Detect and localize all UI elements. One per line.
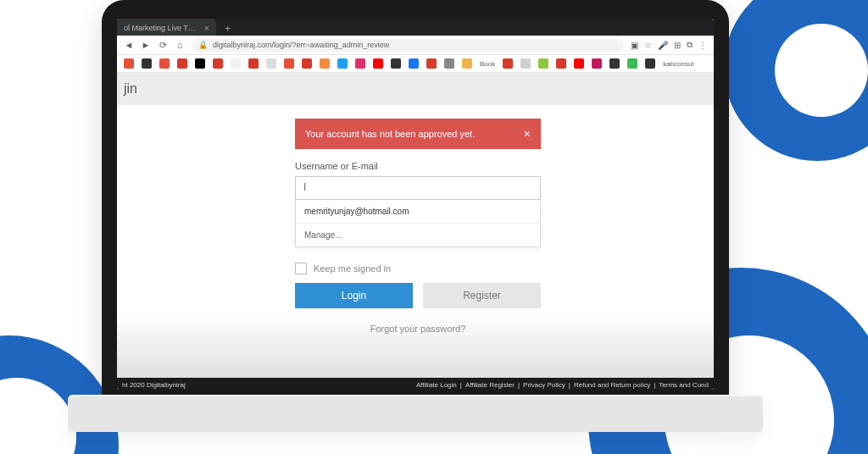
alert-banner: Your account has not been approved yet. … — [295, 119, 541, 149]
autofill-manage[interactable]: Manage... — [296, 224, 540, 246]
bookmark-icon-7[interactable] — [248, 58, 259, 69]
bookmark-icon-23[interactable] — [556, 58, 566, 69]
footer-link[interactable]: Privacy Policy — [523, 381, 565, 389]
button-row: Login Register — [295, 283, 541, 308]
bg-blob-top-right-hole — [775, 24, 868, 117]
star-icon[interactable]: ☆ — [644, 41, 652, 50]
toolbar-right-icons: ▣ ☆ 🎤 ⊞ ⧉ ⋮ — [631, 40, 707, 50]
browser-tab-active[interactable]: ol Marketing Live T… × — [117, 19, 216, 36]
page-title: jin — [117, 73, 714, 105]
bookmark-icon-27[interactable] — [627, 58, 637, 69]
webpage-body: jin Your account has not been approved y… — [117, 73, 714, 390]
remember-label: Keep me signed in — [314, 263, 391, 274]
remember-row: Keep me signed in — [295, 263, 541, 274]
url-input[interactable]: 🔒 digitalbyniraj.com/login/?err=awaiting… — [192, 39, 624, 52]
nav-forward-icon[interactable]: ► — [141, 40, 151, 50]
bookmark-icon-20[interactable] — [503, 58, 513, 69]
bookmark-label-trailing[interactable]: kabconsul — [663, 60, 693, 68]
extension-icon[interactable]: ⊞ — [674, 41, 681, 50]
bookmark-icon-13[interactable] — [355, 58, 365, 69]
bookmark-icon-28[interactable] — [645, 58, 655, 69]
remember-checkbox[interactable] — [295, 263, 307, 274]
lock-icon: 🔒 — [198, 41, 208, 49]
bookmark-icon-19[interactable] — [462, 58, 472, 69]
bookmark-icon-8[interactable] — [266, 58, 276, 69]
translate-icon[interactable]: ⧉ — [687, 40, 693, 50]
cast-icon[interactable]: ▣ — [631, 41, 638, 50]
url-text: digitalbyniraj.com/login/?err=awaiting_a… — [213, 41, 389, 49]
new-tab-button[interactable]: + — [221, 22, 235, 36]
bookmark-icon-22[interactable] — [538, 58, 548, 69]
bookmark-icon-11[interactable] — [320, 58, 330, 69]
login-button[interactable]: Login — [295, 283, 413, 308]
forgot-password-link[interactable]: Forgot your password? — [295, 324, 541, 334]
footer-link[interactable]: Refund and Return policy — [574, 381, 650, 389]
footer-link[interactable]: Affiliate Register — [465, 381, 515, 389]
username-label: Username or E-mail — [295, 161, 541, 171]
alert-close-icon[interactable]: × — [524, 127, 531, 141]
bookmark-icon-16[interactable] — [409, 58, 419, 69]
tab-title: ol Marketing Live T… — [124, 24, 196, 32]
bookmark-icon-15[interactable] — [391, 58, 401, 69]
register-button[interactable]: Register — [423, 283, 541, 308]
bookmark-icon-12[interactable] — [337, 58, 348, 69]
bookmark-icon-25[interactable] — [592, 58, 602, 69]
footer-link[interactable]: Affiliate Login — [416, 381, 457, 389]
tab-close-icon[interactable]: × — [204, 24, 209, 33]
footer-copyright: ht 2020 Digitalbyniraj — [122, 381, 186, 389]
bookmark-icon-26[interactable] — [609, 58, 620, 69]
bookmark-icon-18[interactable] — [444, 58, 454, 69]
bookmark-icon-4[interactable] — [195, 58, 205, 69]
laptop-base — [68, 395, 763, 432]
bookmark-icon-1[interactable] — [142, 58, 152, 69]
page-footer: ht 2020 Digitalbyniraj Affiliate Login |… — [117, 378, 714, 390]
browser-tabstrip: ol Marketing Live T… × + — [117, 19, 714, 36]
bookmark-icon-21[interactable] — [520, 58, 531, 69]
text-cursor-icon: I — [303, 181, 306, 193]
autofill-dropdown: memrityunjay@hotmail.com Manage... — [295, 200, 541, 247]
bookmark-icon-5[interactable] — [213, 58, 223, 69]
bookmark-icon-0[interactable] — [124, 58, 134, 69]
bookmark-icon-6[interactable] — [231, 58, 241, 69]
mic-icon[interactable]: 🎤 — [658, 41, 668, 50]
bookmark-icon-24[interactable] — [574, 58, 584, 69]
bookmarks-bar: Bookkabconsul — [117, 55, 714, 73]
laptop-screen: ol Marketing Live T… × + ◄ ► ⟳ ⌂ 🔒 digit… — [117, 19, 714, 390]
username-input[interactable] — [295, 176, 541, 200]
footer-links: Affiliate Login | Affiliate Register | P… — [416, 381, 709, 389]
footer-link[interactable]: Terms and Cond — [659, 381, 709, 389]
bookmark-icon-14[interactable] — [373, 58, 383, 69]
nav-back-icon[interactable]: ◄ — [124, 40, 134, 50]
bookmark-icon-9[interactable] — [284, 58, 294, 69]
bookmark-icon-3[interactable] — [177, 58, 187, 69]
nav-reload-icon[interactable]: ⟳ — [158, 40, 168, 50]
bookmark-icon-17[interactable] — [426, 58, 437, 69]
bookmark-label[interactable]: Book — [480, 60, 495, 68]
browser-address-bar: ◄ ► ⟳ ⌂ 🔒 digitalbyniraj.com/login/?err=… — [117, 36, 714, 55]
laptop-mockup: ol Marketing Live T… × + ◄ ► ⟳ ⌂ 🔒 digit… — [68, 0, 763, 432]
bookmark-icon-10[interactable] — [302, 58, 312, 69]
bookmark-icon-2[interactable] — [159, 58, 170, 69]
login-form: Your account has not been approved yet. … — [295, 119, 541, 334]
alert-text: Your account has not been approved yet. — [305, 129, 475, 139]
nav-home-icon[interactable]: ⌂ — [175, 40, 185, 50]
autofill-suggestion[interactable]: memrityunjay@hotmail.com — [296, 200, 540, 224]
menu-icon[interactable]: ⋮ — [698, 41, 707, 50]
